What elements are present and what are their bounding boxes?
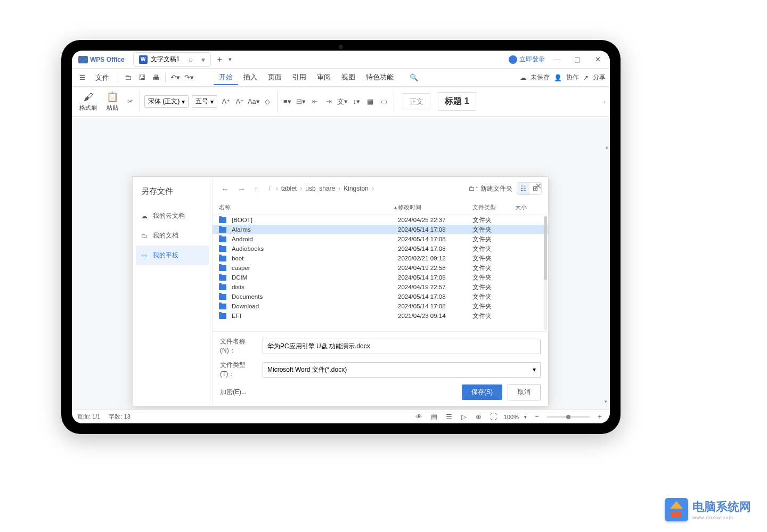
list-view-icon[interactable]: ☷ — [517, 183, 529, 194]
login-button[interactable]: 立即登录 — [509, 55, 545, 64]
sidebar-item[interactable]: ▭我的平板 — [136, 245, 209, 265]
cut-icon[interactable]: ✂ — [125, 96, 135, 107]
scroll-down-icon[interactable]: ▾ — [605, 399, 607, 404]
column-type[interactable]: 文件类型 — [472, 203, 515, 211]
clear-format-icon[interactable]: ◇ — [262, 96, 273, 107]
line-spacing-icon[interactable]: ↕▾ — [351, 96, 362, 107]
breadcrumb-item[interactable]: tablet — [281, 185, 297, 192]
redo-icon[interactable]: ↷▾ — [183, 71, 195, 84]
sidebar-item[interactable]: 🗀我的文档 — [133, 226, 212, 245]
zoom-value[interactable]: 100% — [504, 414, 519, 420]
chevron-down-icon[interactable]: ▾ — [524, 414, 527, 420]
menu-tab[interactable]: 审阅 — [312, 70, 336, 85]
dialog-close-button[interactable]: ✕ — [535, 181, 542, 191]
file-row[interactable]: [BOOT]2024/04/25 22:37文件夹 — [213, 215, 548, 225]
breadcrumb-item[interactable]: usb_share — [305, 185, 335, 192]
new-tab-dropdown[interactable]: ▾ — [229, 56, 232, 63]
decrease-indent-icon[interactable]: ⇤ — [309, 96, 320, 107]
filetype-select[interactable]: Microsoft Word 文件(*.docx) ▾ — [263, 362, 541, 378]
undo-icon[interactable]: ↶▾ — [169, 71, 182, 84]
file-row[interactable]: EFI2021/04/23 09:14文件夹 — [213, 311, 548, 321]
page-layout-icon[interactable]: ▤ — [429, 412, 439, 422]
fullscreen-icon[interactable]: ⛶ — [489, 412, 499, 422]
format-brush-button[interactable]: 🖌 格式刷 — [76, 91, 100, 113]
file-row[interactable]: dists2024/04/19 22:57文件夹 — [213, 282, 548, 292]
column-size[interactable]: 大小 — [515, 203, 542, 211]
file-row[interactable]: Documents2024/05/14 17:08文件夹 — [213, 292, 548, 301]
decrease-font-icon[interactable]: A⁻ — [234, 96, 245, 107]
zoom-out-button[interactable]: − — [532, 412, 542, 422]
word-count[interactable]: 字数: 13 — [109, 413, 130, 421]
collab-label[interactable]: 协作 — [566, 73, 579, 82]
paste-button[interactable]: 📋 粘贴 — [103, 90, 121, 113]
file-row[interactable]: boot2020/02/21 09:12文件夹 — [213, 253, 548, 263]
open-icon[interactable]: 🗀 — [121, 71, 134, 84]
file-row[interactable]: DCIM2024/05/14 17:08文件夹 — [213, 273, 548, 282]
scrollbar[interactable]: ▴ ▾ — [605, 144, 609, 404]
file-list[interactable]: [BOOT]2024/04/25 22:37文件夹Alarms2024/05/1… — [213, 215, 548, 331]
save-button[interactable]: 保存(S) — [462, 384, 502, 400]
document-tab[interactable]: W 文字文稿1 ○ ▾ — [133, 52, 211, 67]
outline-icon[interactable]: ☰ — [444, 412, 454, 422]
column-name[interactable]: 名称 ▲ — [219, 203, 398, 211]
print-icon[interactable]: 🖶 — [149, 71, 162, 84]
tab-menu-icon[interactable]: ▾ — [201, 55, 205, 64]
number-list-icon[interactable]: ⊟▾ — [296, 96, 306, 107]
nav-back-button[interactable]: ← — [219, 183, 231, 194]
cancel-button[interactable]: 取消 — [508, 384, 541, 400]
menu-toggle-icon[interactable]: ☰ — [76, 71, 89, 84]
new-tab-button[interactable]: + — [217, 55, 222, 64]
minimize-button[interactable]: — — [549, 54, 565, 65]
tab-status-icon[interactable]: ○ — [188, 55, 192, 64]
scrollbar-thumb[interactable] — [544, 216, 547, 280]
bullet-list-icon[interactable]: ≡▾ — [282, 96, 292, 107]
sidebar-item[interactable]: ☁我的云文档 — [133, 206, 212, 226]
share-label[interactable]: 分享 — [593, 73, 606, 82]
nav-forward-button[interactable]: → — [235, 183, 248, 194]
shading-icon[interactable]: ▦ — [365, 96, 376, 107]
search-icon[interactable]: 🔍 — [407, 71, 420, 84]
filename-input[interactable]: 华为PC应用引擎 U盘 功能演示.docx — [263, 339, 541, 354]
file-row[interactable]: Audiobooks2024/05/14 17:08文件夹 — [213, 244, 548, 253]
close-button[interactable]: ✕ — [590, 54, 606, 65]
font-size-select[interactable]: 五号 ▾ — [192, 95, 217, 108]
read-icon[interactable]: ▷ — [459, 412, 469, 422]
file-row[interactable]: casper2024/04/19 22:58文件夹 — [213, 263, 548, 273]
menu-tab[interactable]: 视图 — [336, 70, 361, 85]
menu-tab[interactable]: 页面 — [263, 70, 287, 85]
maximize-button[interactable]: ▢ — [569, 54, 585, 65]
column-date[interactable]: 修改时间 — [398, 203, 472, 211]
nav-up-button[interactable]: ↑ — [252, 183, 260, 194]
file-menu[interactable]: 文件 — [90, 71, 115, 85]
app-logo[interactable]: WPS Office — [74, 56, 129, 63]
scroll-up-icon[interactable]: ▴ — [605, 144, 609, 150]
zoom-slider[interactable] — [547, 416, 590, 418]
zoom-in-button[interactable]: + — [595, 412, 605, 422]
page-indicator[interactable]: 页面: 1/1 — [77, 413, 100, 421]
save-icon[interactable]: 🖫 — [135, 71, 148, 84]
menu-tab[interactable]: 开始 — [214, 70, 238, 85]
ribbon-scroll-right[interactable]: › — [603, 99, 606, 105]
encrypt-button[interactable]: 加密(E)... — [220, 388, 247, 397]
borders-icon[interactable]: ▭ — [379, 96, 389, 107]
unsaved-label[interactable]: 未保存 — [531, 73, 550, 82]
list-scrollbar[interactable] — [544, 216, 547, 330]
increase-font-icon[interactable]: A⁺ — [221, 96, 231, 107]
change-case-icon[interactable]: Aa▾ — [248, 96, 259, 107]
file-row[interactable]: Alarms2024/05/14 17:08文件夹 — [213, 225, 548, 234]
file-row[interactable]: Android2024/05/14 17:08文件夹 — [213, 234, 548, 244]
web-layout-icon[interactable]: ⊕ — [474, 412, 484, 422]
new-folder-button[interactable]: 🗀⁺ 新建文件夹 — [469, 184, 512, 193]
file-row[interactable]: Download2024/05/14 17:08文件夹 — [213, 301, 548, 311]
style-normal[interactable]: 正文 — [403, 93, 430, 110]
increase-indent-icon[interactable]: ⇥ — [323, 96, 334, 107]
text-direction-icon[interactable]: 文▾ — [337, 96, 348, 107]
menu-tab[interactable]: 特色功能 — [361, 70, 399, 85]
font-name-select[interactable]: 宋体 (正文) ▾ — [144, 95, 189, 108]
menu-tab[interactable]: 引用 — [287, 70, 312, 85]
eye-icon[interactable]: 👁 — [414, 412, 424, 422]
style-heading1[interactable]: 标题 1 — [438, 92, 476, 111]
document-area[interactable]: ▴ ▾ 另存文件 ☁我的云文档🗀我的文档▭我的平板 ✕ ← → ↑ /›tabl… — [72, 117, 610, 410]
menu-tab[interactable]: 插入 — [238, 70, 263, 85]
breadcrumb-item[interactable]: Kingston — [344, 185, 369, 192]
